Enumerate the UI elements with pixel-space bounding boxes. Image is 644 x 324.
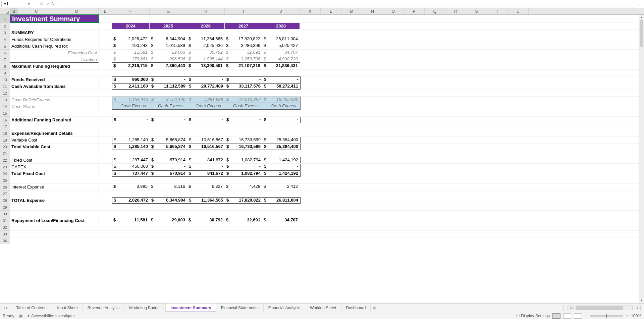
value-cell[interactable]: $ 25,384,400 — [263, 144, 300, 150]
sheet-tab[interactable]: Working Sheet — [305, 304, 341, 312]
value-cell[interactable]: $ 670,914 — [150, 171, 187, 176]
value-cell[interactable]: $ 11,581 — [112, 217, 150, 224]
page-break-view-button[interactable] — [574, 313, 582, 319]
sheet-tab[interactable]: Financial Statements — [216, 304, 264, 312]
value-cell[interactable]: $ 190,243 — [112, 43, 150, 49]
value-cell[interactable]: $ 3,885 — [112, 184, 150, 190]
sheet-tab[interactable]: Investment Summary — [166, 304, 216, 312]
row-header[interactable]: 2 — [0, 23, 10, 30]
row-header[interactable]: 14 — [0, 103, 10, 110]
value-cell[interactable]: $ 1,995,144 — [187, 56, 225, 63]
sheet-tab[interactable]: Revenue Analysis — [83, 304, 124, 312]
value-cell[interactable]: $ 670,914 — [150, 157, 187, 163]
hscroll-right-icon[interactable]: ▸ — [635, 306, 641, 310]
value-cell[interactable]: $ 20,772,489 — [187, 84, 225, 89]
row-header[interactable]: 24 — [0, 170, 10, 177]
value-cell[interactable]: $ 2,025,936 — [187, 43, 225, 49]
col-header[interactable]: N — [362, 8, 383, 14]
value-cell[interactable]: $ - — [225, 77, 263, 83]
value-cell[interactable]: $ 6,327 — [187, 184, 225, 190]
col-header[interactable]: T — [487, 8, 508, 14]
row-header[interactable]: 1 — [0, 15, 10, 23]
value-cell[interactable]: $ 8,116 — [150, 184, 187, 190]
value-cell[interactable]: $ 4,990,720 — [262, 56, 300, 63]
value-cell[interactable]: $ 32,691 — [225, 50, 262, 56]
value-cell[interactable]: $ 2,412 — [262, 184, 300, 190]
row-header[interactable]: 6 — [0, 50, 10, 56]
value-cell[interactable]: $ 50,272,411 — [263, 84, 300, 89]
year-header[interactable]: 2028 — [262, 23, 300, 29]
zoom-out-button[interactable]: − — [585, 314, 587, 318]
macro-icon[interactable]: ▦ — [19, 314, 22, 318]
row-header[interactable]: 18 — [0, 130, 10, 137]
row-header[interactable]: 23 — [0, 164, 10, 170]
row-header[interactable]: 15 — [0, 110, 10, 117]
value-cell[interactable]: $ - — [263, 77, 300, 83]
value-cell[interactable]: $ 287,447 — [112, 157, 150, 163]
value-cell[interactable]: $ - — [263, 164, 300, 170]
tab-nav-next-icon[interactable]: ▸ — [6, 306, 8, 310]
row-header[interactable]: 5 — [0, 43, 10, 50]
tab-nav-first-icon[interactable]: ◂ — [3, 306, 5, 310]
sheet-tab[interactable]: Financial Analysis — [264, 304, 305, 312]
value-cell[interactable]: $ 16,733,599 — [225, 137, 263, 143]
page-layout-view-button[interactable] — [563, 313, 571, 319]
row-header[interactable]: 3 — [0, 30, 10, 36]
add-sheet-button[interactable]: ⊕ — [371, 304, 379, 312]
col-header[interactable]: K — [300, 8, 321, 14]
value-cell[interactable]: $ 11,364,565 — [187, 198, 225, 203]
year-header[interactable]: 2024 — [112, 23, 150, 29]
name-box[interactable]: A1 ▾ — [1, 1, 32, 7]
row-header[interactable]: 20 — [0, 144, 10, 150]
value-cell[interactable]: $ 29,003 — [150, 217, 187, 224]
col-header[interactable]: F — [112, 8, 150, 14]
value-cell[interactable]: $ - — [187, 77, 225, 83]
row-header[interactable]: 26 — [0, 184, 10, 191]
row-header[interactable]: 29 — [0, 204, 10, 211]
sheet-tab[interactable]: Table of Contents — [11, 304, 52, 312]
value-cell[interactable]: $ 33,117,576 — [225, 84, 263, 89]
col-header[interactable]: P — [404, 8, 425, 14]
value-cell[interactable]: $ 986,536 — [150, 56, 187, 63]
value-cell[interactable]: $ 841,672 — [187, 157, 225, 163]
row-header[interactable]: 13 — [0, 97, 10, 103]
cells-area[interactable]: Investment Summary20242025202620272028SU… — [10, 15, 644, 244]
row-header[interactable]: 28 — [0, 197, 10, 204]
page-title[interactable]: Investment Summary — [10, 15, 99, 22]
value-cell[interactable]: Cash Excess — [150, 103, 187, 109]
row-header[interactable]: 32 — [0, 224, 10, 231]
value-cell[interactable]: $ 737,447 — [112, 171, 150, 176]
row-header[interactable]: 30 — [0, 211, 10, 217]
sheet-tab[interactable]: Marketing Budget — [124, 304, 166, 312]
col-header[interactable]: H — [187, 8, 225, 14]
scroll-thumb[interactable] — [640, 20, 643, 47]
value-cell[interactable]: $ 178,661 — [112, 56, 150, 63]
sheet-tab[interactable]: Input Sheet — [52, 304, 83, 312]
col-header[interactable]: S — [466, 8, 487, 14]
value-cell[interactable]: Cash Excess — [263, 103, 300, 109]
value-cell[interactable]: $ 34,707 — [262, 50, 300, 56]
value-cell[interactable]: $ 10,516,567 — [187, 137, 225, 143]
value-cell[interactable]: $ - — [112, 117, 150, 123]
year-header[interactable]: 2025 — [150, 23, 187, 29]
row-header[interactable]: 10 — [0, 76, 10, 83]
value-cell[interactable]: $ 12,010,357 — [225, 97, 263, 103]
year-header[interactable]: 2026 — [187, 23, 225, 29]
value-cell[interactable]: $ 17,820,822 — [225, 198, 263, 203]
value-cell[interactable]: $ 3,253,706 — [225, 56, 262, 63]
value-cell[interactable]: Cash Excess — [112, 103, 150, 109]
value-cell[interactable]: $ 1,285,140 — [112, 144, 150, 150]
fx-icon[interactable]: fx — [51, 2, 54, 6]
value-cell[interactable]: $ 1,424,192 — [263, 157, 300, 163]
row-header[interactable]: 12 — [0, 90, 10, 97]
value-cell[interactable]: $ 1,424,192 — [263, 171, 300, 176]
col-header[interactable]: U — [508, 8, 529, 14]
value-cell[interactable]: $ 31,836,431 — [262, 63, 300, 69]
name-box-dropdown-icon[interactable]: ▾ — [28, 2, 30, 6]
value-cell[interactable]: $ - — [225, 117, 263, 123]
value-cell[interactable]: $ 30,792 — [187, 50, 225, 56]
value-cell[interactable]: $ - — [150, 117, 187, 123]
col-header[interactable]: D — [55, 8, 99, 14]
value-cell[interactable]: $ 26,811,004 — [262, 36, 300, 43]
scroll-down-icon[interactable]: ▾ — [639, 298, 644, 303]
